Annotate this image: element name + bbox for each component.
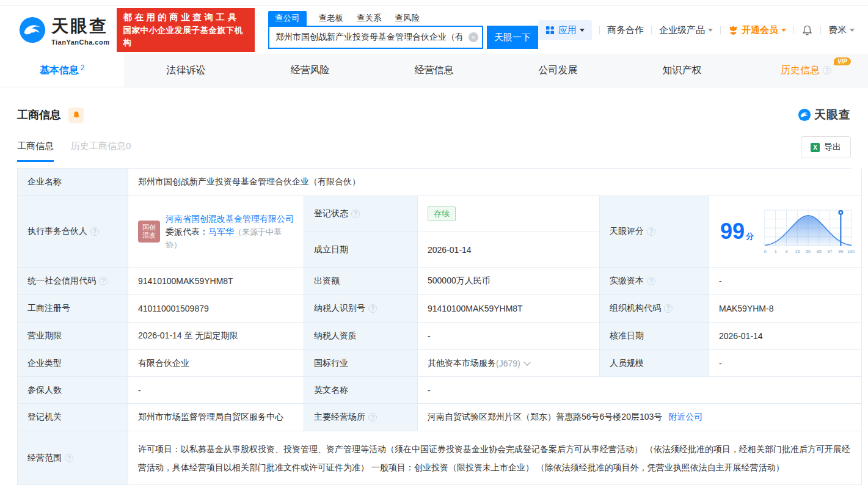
svg-text:99: 99 <box>838 249 843 254</box>
value-paid-capital: - <box>709 268 862 295</box>
tianyancha-logo-icon <box>18 16 46 44</box>
partner-logo-badge[interactable]: 国创混改 <box>138 221 160 243</box>
value-tianyan-score: 99分 0 1 3 15 5 <box>709 196 862 268</box>
vip-badge: VIP <box>834 57 851 65</box>
search-tab-risk[interactable]: 查风险 <box>394 11 421 26</box>
value-business-scope: 许可项目：以私募基金从事股权投资、投资管理、资产管理等活动（须在中国证券投资基金… <box>128 431 862 485</box>
industry-code: (J679) <box>496 359 520 368</box>
label-business-scope: 经营范围 <box>18 431 128 485</box>
search-input[interactable] <box>268 26 483 49</box>
svg-text:85: 85 <box>817 249 822 254</box>
svg-text:3: 3 <box>785 249 787 254</box>
username: 费米 <box>828 24 847 36</box>
tab-company-development[interactable]: 公司发展 <box>496 54 620 87</box>
export-button[interactable]: 导出 <box>801 136 851 158</box>
nav-cooperation[interactable]: 商务合作 <box>607 24 644 36</box>
value-staff-size: - <box>709 350 862 377</box>
tab-intellectual-property[interactable]: 知识产权 <box>620 54 744 87</box>
help-icon[interactable] <box>647 227 655 236</box>
vip-crown-icon <box>728 25 739 35</box>
excel-icon <box>811 143 820 152</box>
label-insured-count: 参保人数 <box>18 377 128 404</box>
promo-banner: 都在用的商业查询工具 国家中小企业发展子基金旗下机构 <box>117 8 255 52</box>
nav-enterprise[interactable]: 企业级产品 <box>659 24 713 36</box>
value-english-name: - <box>418 377 862 404</box>
chevron-down-icon <box>850 29 855 32</box>
tab-legal-litigation[interactable]: 法律诉讼 <box>124 54 248 87</box>
search-button[interactable]: 天眼一下 <box>487 26 538 49</box>
value-establish-date: 2026-01-14 <box>418 232 600 268</box>
help-icon[interactable] <box>351 210 360 218</box>
help-icon[interactable] <box>664 304 673 313</box>
tianyancha-logo-icon <box>798 108 811 122</box>
nearby-companies-link[interactable]: 附近公司 <box>668 412 702 423</box>
search-area: 查公司 查老板 查关系 查风险 天眼一下 <box>268 11 538 49</box>
top-divider <box>0 0 868 6</box>
label-paid-capital: 实缴资本 <box>600 268 709 295</box>
notification-bell[interactable] <box>801 24 813 36</box>
label-taxpayer-id: 纳税人识别号 <box>304 295 418 323</box>
value-industry: 其他资本市场服务(J679) <box>418 350 600 377</box>
label-capital: 出资额 <box>304 268 418 295</box>
business-info-table: 企业名称 郑州市国创战新产业投资母基金管理合伙企业（有限合伙） 执行事务合伙人 … <box>17 168 851 485</box>
apps-menu[interactable]: 应用 <box>538 20 592 40</box>
nav-divider <box>720 26 721 34</box>
tab-history-info[interactable]: VIP 历史信息 <box>744 54 868 87</box>
value-taxpayer-quality: - <box>418 323 600 350</box>
apps-grid-icon <box>545 26 555 35</box>
value-company-name: 郑州市国创战新产业投资母基金管理合伙企业（有限合伙） <box>128 169 862 196</box>
help-icon[interactable] <box>823 66 831 75</box>
tab-operation-risk[interactable]: 经营风险 <box>248 54 372 87</box>
label-reg-authority: 登记机关 <box>18 404 128 431</box>
search-tab-company[interactable]: 查公司 <box>268 11 307 26</box>
help-icon[interactable] <box>65 454 73 462</box>
watermark-logo: 天眼查 <box>798 107 851 123</box>
value-business-term: 2026-01-14 至 无固定期限 <box>128 323 304 350</box>
main-content: 工商信息 天眼查 工商信息 历史工商信息0 导出 企业名称 <box>0 107 868 485</box>
site-logo[interactable]: 天眼查 TianYanCha.com <box>18 15 109 46</box>
nav-user[interactable]: 费米 <box>828 24 855 36</box>
nav-divider <box>793 26 794 34</box>
value-org-code: MAK59YHM-8 <box>709 295 862 323</box>
label-reg-number: 工商注册号 <box>18 295 128 323</box>
help-icon[interactable] <box>368 413 377 422</box>
status-badge: 存续 <box>428 206 456 221</box>
promo-line2: 国家中小企业发展子基金旗下机构 <box>123 24 249 49</box>
label-registration-status: 登记状态 <box>304 196 418 232</box>
value-approve-date: 2026-01-14 <box>709 323 862 350</box>
clear-search-icon[interactable] <box>469 32 478 42</box>
promo-line1: 都在用的商业查询工具 <box>123 11 249 24</box>
search-tabs: 查公司 查老板 查关系 查风险 <box>268 11 538 26</box>
tab-operation-info[interactable]: 经营信息 <box>372 54 496 87</box>
search-tab-boss[interactable]: 查老板 <box>318 11 345 26</box>
value-reg-number: 410110001509879 <box>128 295 304 323</box>
label-credit-code: 统一社会信用代码 <box>18 268 128 295</box>
value-company-type: 有限合伙企业 <box>128 350 304 377</box>
nav-divider <box>651 26 652 34</box>
partner-company-link[interactable]: 河南省国创混改基金管理有限公司 <box>166 214 294 224</box>
expand-chevron-icon[interactable] <box>523 359 530 365</box>
help-icon[interactable] <box>99 277 108 285</box>
apps-label: 应用 <box>558 24 577 36</box>
svg-text:50: 50 <box>806 249 811 254</box>
tab-count-badge: 2 <box>81 64 85 72</box>
section-subtabs: 工商信息 历史工商信息0 <box>17 141 131 162</box>
search-tab-relation[interactable]: 查关系 <box>356 11 383 26</box>
watermark-text: 天眼查 <box>814 107 851 123</box>
value-insured-count: - <box>128 377 304 404</box>
label-org-code: 组织机构代码 <box>600 295 709 323</box>
help-icon[interactable] <box>368 304 377 313</box>
help-icon[interactable] <box>90 227 99 236</box>
value-business-address: 河南自贸试验区郑州片区（郑东）普惠路56号6号楼20层103号附近公司 <box>418 404 862 431</box>
help-icon[interactable] <box>647 277 655 285</box>
subtab-business-info[interactable]: 工商信息 <box>17 141 54 162</box>
tab-basic-info[interactable]: 基本信息2 <box>0 54 124 87</box>
nav-vip[interactable]: 开通会员 <box>728 24 786 36</box>
label-tianyan-score: 天眼评分 <box>600 196 709 268</box>
delegate-name-link[interactable]: 马军华 <box>208 227 234 236</box>
label-establish-date: 成立日期 <box>304 232 418 268</box>
svg-text:1: 1 <box>775 249 777 254</box>
bell-icon <box>801 24 813 36</box>
subscribe-bell-button[interactable] <box>68 108 84 123</box>
subtab-history-business-info[interactable]: 历史工商信息0 <box>71 141 131 162</box>
